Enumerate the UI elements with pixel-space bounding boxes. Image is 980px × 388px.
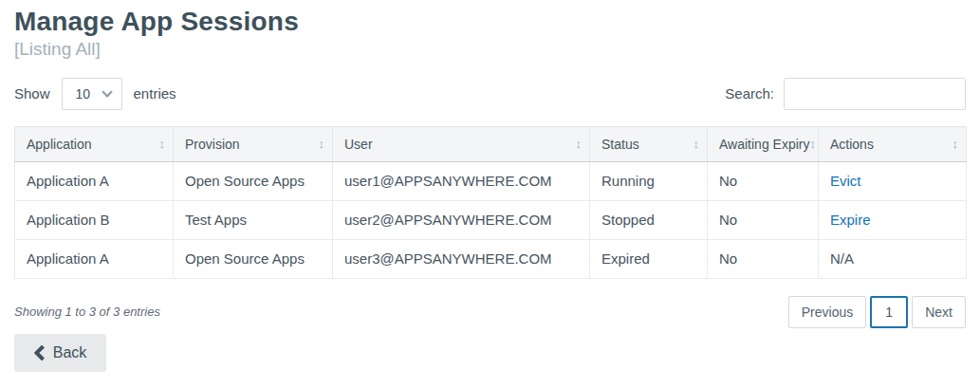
sort-icon: ↕ [952, 138, 959, 150]
cell-awaiting-expiry: No [708, 161, 819, 200]
cell-provision: Open Source Apps [174, 161, 333, 200]
cell-action: Evict [819, 161, 967, 200]
cell-provision: Test Apps [174, 200, 333, 239]
pagination-next-button[interactable]: Next [912, 296, 966, 328]
cell-awaiting-expiry: No [708, 239, 819, 278]
cell-text: user1@APPSANYWHERE.COM [344, 173, 552, 189]
cell-text: Open Source Apps [185, 250, 305, 267]
sort-icon: ↕ [576, 138, 582, 150]
cell-text: Test Apps [185, 212, 247, 228]
results-summary: Showing 1 to 3 of 3 entries [14, 305, 160, 319]
action-link-expire[interactable]: Expire [830, 212, 871, 228]
table-footer: Showing 1 to 3 of 3 entries Previous 1 N… [14, 296, 966, 328]
column-header-application[interactable]: Application↕ [15, 126, 174, 161]
cell-text: Application B [27, 212, 110, 228]
sort-icon: ↕ [159, 138, 166, 150]
column-header-actions[interactable]: Actions↕ [819, 126, 967, 161]
cell-text: user2@APPSANYWHERE.COM [344, 212, 552, 228]
table-toolbar: Show 10 entries Search: [14, 78, 966, 110]
pagination-page-1-button[interactable]: 1 [870, 296, 908, 328]
cell-text: Running [601, 173, 655, 189]
cell-status: Expired [590, 239, 708, 278]
column-label-application: Application [27, 137, 92, 152]
column-header-user[interactable]: User↕ [333, 126, 590, 161]
search-input[interactable] [784, 78, 966, 110]
page-length-select[interactable]: 10 [62, 78, 122, 110]
cell-user: user3@APPSANYWHERE.COM [333, 239, 590, 278]
cell-user: user1@APPSANYWHERE.COM [333, 161, 590, 200]
manage-app-sessions-page: Manage App Sessions [Listing All] Show 1… [0, 0, 980, 372]
cell-application: Application B [15, 200, 174, 239]
page-subtitle: [Listing All] [14, 39, 966, 60]
cell-text: No [719, 173, 737, 189]
column-label-status: Status [601, 137, 639, 152]
table-row: Application BTest Appsuser2@APPSANYWHERE… [15, 200, 967, 239]
sessions-table: Application↕Provision↕User↕Status↕Awaiti… [14, 126, 967, 279]
cell-text: Application A [27, 250, 109, 267]
sort-icon: ↕ [319, 138, 325, 150]
sort-icon: ↕ [693, 138, 700, 150]
cell-text: user3@APPSANYWHERE.COM [344, 250, 552, 267]
page-title: Manage App Sessions [14, 8, 966, 37]
cell-action: N/A [819, 239, 967, 278]
column-header-awaiting-expiry[interactable]: Awaiting Expiry↕ [708, 126, 819, 161]
page-length-control: Show 10 entries [14, 78, 176, 110]
cell-text: No [719, 250, 737, 267]
search-label: Search: [725, 85, 774, 102]
entries-label: entries [134, 85, 176, 102]
pagination: Previous 1 Next [785, 296, 966, 328]
action-na-text: N/A [830, 250, 854, 267]
cell-user: user2@APPSANYWHERE.COM [333, 200, 590, 239]
cell-status: Running [590, 161, 708, 200]
table-row: Application AOpen Source Appsuser1@APPSA… [15, 161, 967, 200]
page-length-value: 10 [76, 86, 91, 102]
cell-text: No [719, 212, 737, 228]
table-header-row: Application↕Provision↕User↕Status↕Awaiti… [15, 126, 967, 161]
table-row: Application AOpen Source Appsuser3@APPSA… [15, 239, 967, 278]
cell-text: Stopped [601, 212, 655, 228]
back-button-label: Back [53, 344, 87, 361]
cell-application: Application A [15, 161, 174, 200]
cell-text: Application A [27, 173, 109, 189]
column-label-actions: Actions [830, 137, 874, 152]
cell-text: Expired [601, 250, 650, 267]
cell-text: Open Source Apps [185, 173, 305, 189]
chevron-down-icon [102, 86, 112, 97]
action-link-evict[interactable]: Evict [830, 173, 861, 189]
cell-provision: Open Source Apps [174, 239, 333, 278]
cell-application: Application A [15, 239, 174, 278]
cell-action: Expire [819, 200, 967, 239]
column-label-user: User [344, 137, 373, 152]
chevron-left-icon [34, 345, 45, 360]
column-header-provision[interactable]: Provision↕ [174, 126, 333, 161]
back-button[interactable]: Back [14, 334, 106, 372]
search-control: Search: [725, 78, 966, 110]
sort-icon: ↕ [809, 138, 816, 150]
cell-status: Stopped [590, 200, 708, 239]
column-label-awaiting-expiry: Awaiting Expiry [719, 137, 809, 152]
column-label-provision: Provision [185, 137, 240, 152]
pagination-previous-button[interactable]: Previous [788, 296, 866, 328]
show-label: Show [14, 85, 50, 102]
cell-awaiting-expiry: No [708, 200, 819, 239]
column-header-status[interactable]: Status↕ [590, 126, 708, 161]
